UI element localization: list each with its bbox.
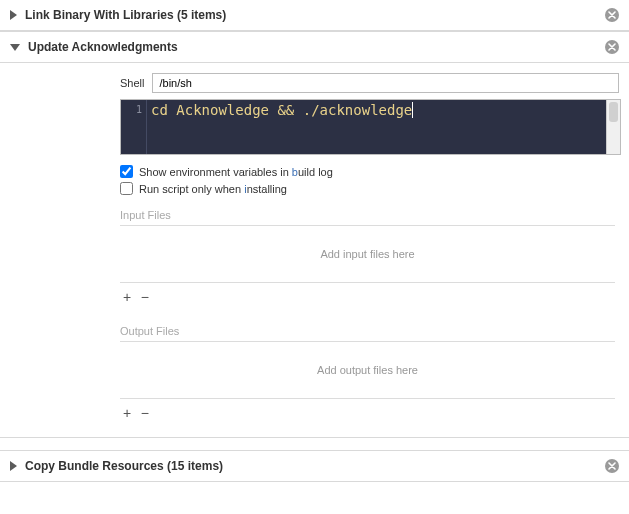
close-icon[interactable] bbox=[605, 459, 619, 473]
input-files-placeholder[interactable]: Add input files here bbox=[120, 226, 615, 283]
show-env-checkbox[interactable] bbox=[120, 165, 133, 178]
phase-title: Update Acknowledgments bbox=[28, 40, 605, 54]
phase-update-ack[interactable]: Update Acknowledgments bbox=[0, 31, 629, 63]
disclosure-icon[interactable] bbox=[10, 44, 20, 51]
editor-scrollbar[interactable] bbox=[606, 100, 620, 154]
script-editor[interactable]: 1 cd Acknowledge && ./acknowledge bbox=[120, 99, 621, 155]
editor-gutter: 1 bbox=[121, 100, 147, 154]
run-only-checkbox[interactable] bbox=[120, 182, 133, 195]
phase-title: Copy Bundle Resources (15 items) bbox=[25, 459, 605, 473]
show-env-checkbox-row[interactable]: Show environment variables in build log bbox=[120, 165, 619, 178]
script-code[interactable]: cd Acknowledge && ./acknowledge bbox=[147, 100, 606, 154]
shell-input[interactable] bbox=[152, 73, 619, 93]
output-files-label: Output Files bbox=[120, 311, 615, 342]
run-only-checkbox-row[interactable]: Run script only when installing bbox=[120, 182, 619, 195]
disclosure-icon[interactable] bbox=[10, 10, 17, 20]
output-files-placeholder[interactable]: Add output files here bbox=[120, 342, 615, 399]
phase-copy-bundle[interactable]: Copy Bundle Resources (15 items) bbox=[0, 450, 629, 482]
phase-update-ack-body: Shell 1 cd Acknowledge && ./acknowledge … bbox=[0, 63, 629, 438]
show-env-label: Show environment variables in build log bbox=[139, 166, 333, 178]
input-files-label: Input Files bbox=[120, 195, 615, 226]
run-only-label: Run script only when installing bbox=[139, 183, 287, 195]
input-files-addremove: + − bbox=[120, 283, 619, 311]
add-output-button[interactable]: + bbox=[120, 405, 134, 421]
add-input-button[interactable]: + bbox=[120, 289, 134, 305]
remove-input-button[interactable]: − bbox=[138, 289, 152, 305]
remove-output-button[interactable]: − bbox=[138, 405, 152, 421]
line-number: 1 bbox=[136, 104, 142, 115]
disclosure-icon[interactable] bbox=[10, 461, 17, 471]
phase-title: Link Binary With Libraries (5 items) bbox=[25, 8, 605, 22]
close-icon[interactable] bbox=[605, 8, 619, 22]
output-files-addremove: + − bbox=[120, 399, 619, 427]
close-icon[interactable] bbox=[605, 40, 619, 54]
shell-label: Shell bbox=[120, 77, 144, 89]
shell-row: Shell bbox=[120, 73, 619, 93]
phase-link-binary[interactable]: Link Binary With Libraries (5 items) bbox=[0, 0, 629, 31]
